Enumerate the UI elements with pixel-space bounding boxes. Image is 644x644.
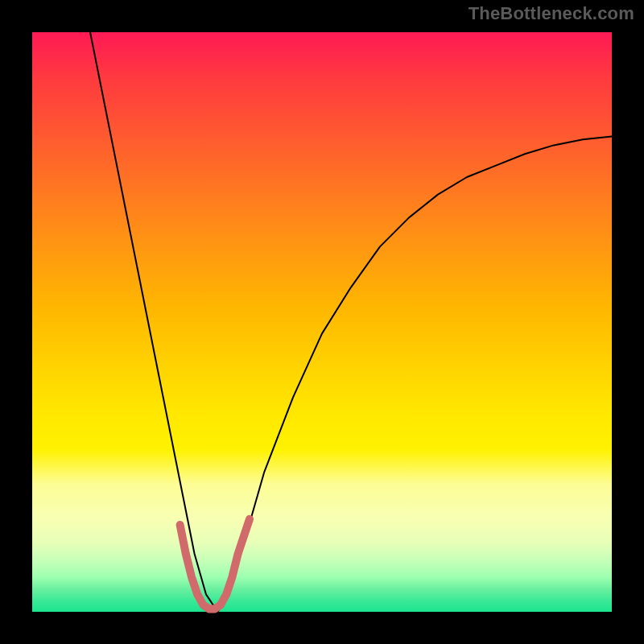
plot-area xyxy=(32,32,612,612)
series-group xyxy=(90,32,612,612)
series-bottleneck-curve xyxy=(90,32,612,612)
watermark-text: TheBottleneck.com xyxy=(469,3,634,24)
chart-container: TheBottleneck.com xyxy=(0,0,644,644)
chart-svg xyxy=(32,32,612,612)
